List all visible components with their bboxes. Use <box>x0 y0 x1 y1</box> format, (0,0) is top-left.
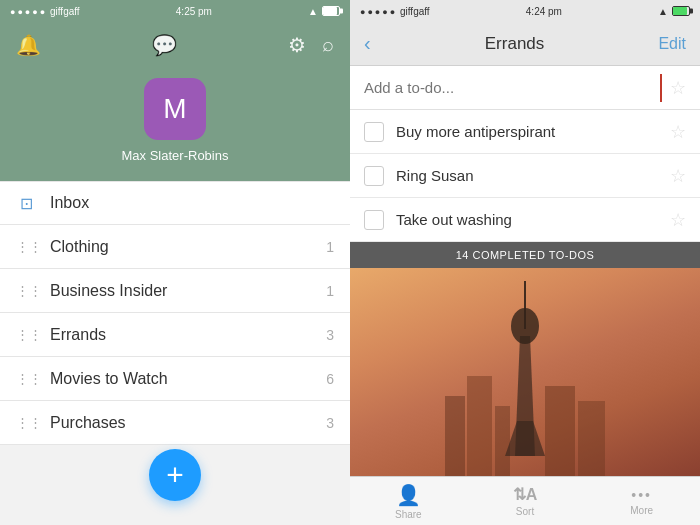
detail-title: Errands <box>485 34 545 54</box>
sidebar-item-inbox[interactable]: ⊡ Inbox <box>0 181 350 225</box>
business-insider-label: Business Insider <box>50 282 326 300</box>
search-icon[interactable]: ⌕ <box>322 33 334 57</box>
left-nav-bar: 🔔 💬 ⚙ ⌕ <box>0 22 350 68</box>
carrier-right: ●●●●● giffgaff <box>360 6 430 17</box>
todo-item-1[interactable]: Buy more antiperspirant ☆ <box>350 110 700 154</box>
city-photo <box>350 268 700 476</box>
todo-item-3[interactable]: Take out washing ☆ <box>350 198 700 242</box>
sidebar-item-errands[interactable]: ⋮⋮ Errands 3 <box>0 313 350 357</box>
business-insider-icon: ⋮⋮ <box>16 283 36 298</box>
avatar[interactable]: M <box>144 78 206 140</box>
todo-item-2[interactable]: Ring Susan ☆ <box>350 154 700 198</box>
add-star-icon[interactable]: ☆ <box>670 77 686 99</box>
svg-rect-0 <box>445 396 465 476</box>
signal-dots-right: ●●●●● <box>360 7 397 17</box>
svg-rect-7 <box>524 281 526 329</box>
share-icon: 👤 <box>396 483 421 507</box>
wifi-icon-right: ▲ <box>658 6 668 17</box>
svg-rect-3 <box>545 386 575 476</box>
todo-text-2: Ring Susan <box>396 167 670 184</box>
clothing-count: 1 <box>326 239 334 255</box>
avatar-initial: M <box>163 93 186 125</box>
sidebar-item-clothing[interactable]: ⋮⋮ Clothing 1 <box>0 225 350 269</box>
tab-bar: 👤 Share ⇅A Sort ••• More <box>350 476 700 525</box>
inbox-label: Inbox <box>50 194 334 212</box>
add-list-button[interactable]: + <box>149 449 201 501</box>
right-nav-icons: ⚙ ⌕ <box>288 33 334 57</box>
right-panel: ●●●●● giffgaff 4:24 pm ▲ ‹ Errands Edit … <box>350 0 700 525</box>
purchases-count: 3 <box>326 415 334 431</box>
profile-name: Max Slater-Robins <box>122 148 229 163</box>
battery-left <box>322 6 340 16</box>
red-line <box>660 74 662 102</box>
status-bar-right: ●●●●● giffgaff 4:24 pm ▲ <box>350 0 700 22</box>
tab-sort[interactable]: ⇅A Sort <box>467 485 584 517</box>
more-icon: ••• <box>631 487 652 503</box>
status-icons-left: ▲ <box>308 6 340 17</box>
movies-label: Movies to Watch <box>50 370 326 388</box>
tower-illustration <box>445 276 605 476</box>
bell-icon[interactable]: 🔔 <box>16 33 41 57</box>
todo-list: Buy more antiperspirant ☆ Ring Susan ☆ T… <box>350 110 700 242</box>
errands-icon: ⋮⋮ <box>16 327 36 342</box>
sort-icon: ⇅A <box>513 485 538 504</box>
add-icon: + <box>166 460 184 490</box>
todo-text-3: Take out washing <box>396 211 670 228</box>
carrier-left: ●●●●● giffgaff <box>10 6 80 17</box>
todo-star-2[interactable]: ☆ <box>670 165 686 187</box>
sidebar-item-movies[interactable]: ⋮⋮ Movies to Watch 6 <box>0 357 350 401</box>
carrier-name-right: giffgaff <box>400 6 430 17</box>
sort-label: Sort <box>516 506 534 517</box>
svg-rect-2 <box>495 406 510 476</box>
add-todo-row[interactable]: ☆ <box>350 66 700 110</box>
edit-button[interactable]: Edit <box>658 35 686 53</box>
signal-dots-left: ●●●●● <box>10 7 47 17</box>
errands-count: 3 <box>326 327 334 343</box>
svg-marker-8 <box>505 421 545 456</box>
carrier-name-left: giffgaff <box>50 6 80 17</box>
completed-banner[interactable]: 14 COMPLETED TO-DOS <box>350 242 700 268</box>
purchases-icon: ⋮⋮ <box>16 415 36 430</box>
errands-label: Errands <box>50 326 326 344</box>
status-icons-right: ▲ <box>658 6 690 17</box>
wifi-icon-left: ▲ <box>308 6 318 17</box>
sidebar-item-business-insider[interactable]: ⋮⋮ Business Insider 1 <box>0 269 350 313</box>
svg-rect-4 <box>578 401 605 476</box>
battery-fill-right <box>673 7 687 15</box>
tab-share[interactable]: 👤 Share <box>350 483 467 520</box>
todo-checkbox-1[interactable] <box>364 122 384 142</box>
time-right: 4:24 pm <box>526 6 562 17</box>
todo-star-1[interactable]: ☆ <box>670 121 686 143</box>
todo-checkbox-3[interactable] <box>364 210 384 230</box>
right-detail-nav: ‹ Errands Edit <box>350 22 700 66</box>
status-bar-left: ●●●●● giffgaff 4:25 pm ▲ <box>0 0 350 22</box>
battery-right <box>672 6 690 16</box>
time-left: 4:25 pm <box>176 6 212 17</box>
todo-star-3[interactable]: ☆ <box>670 209 686 231</box>
movies-icon: ⋮⋮ <box>16 371 36 386</box>
inbox-icon: ⊡ <box>16 194 36 213</box>
add-todo-input[interactable] <box>364 79 656 96</box>
settings-icon[interactable]: ⚙ <box>288 33 306 57</box>
sidebar-item-purchases[interactable]: ⋮⋮ Purchases 3 <box>0 401 350 445</box>
clothing-icon: ⋮⋮ <box>16 239 36 254</box>
share-label: Share <box>395 509 422 520</box>
tab-more[interactable]: ••• More <box>583 487 700 516</box>
svg-rect-1 <box>467 376 492 476</box>
movies-count: 6 <box>326 371 334 387</box>
back-button[interactable]: ‹ <box>364 32 371 55</box>
todo-text-1: Buy more antiperspirant <box>396 123 670 140</box>
profile-section: M Max Slater-Robins <box>0 68 350 181</box>
business-insider-count: 1 <box>326 283 334 299</box>
left-panel: ●●●●● giffgaff 4:25 pm ▲ 🔔 💬 ⚙ ⌕ M Max S… <box>0 0 350 525</box>
more-label: More <box>630 505 653 516</box>
purchases-label: Purchases <box>50 414 326 432</box>
chat-icon[interactable]: 💬 <box>152 33 177 57</box>
clothing-label: Clothing <box>50 238 326 256</box>
battery-fill-left <box>323 7 337 15</box>
todo-checkbox-2[interactable] <box>364 166 384 186</box>
